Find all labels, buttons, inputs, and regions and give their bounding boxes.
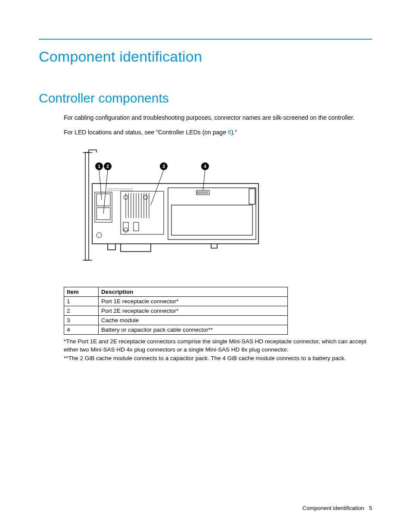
controller-diagram: 1 2 3 4 xyxy=(78,149,372,265)
th-item: Item xyxy=(64,287,99,296)
intro-paragraph-2: For LED locations and status, see "Contr… xyxy=(64,128,372,137)
section-heading: Controller components xyxy=(39,91,372,106)
cell-item: 2 xyxy=(64,306,99,315)
callout-1: 1 xyxy=(98,164,100,169)
controller-svg: 1 2 3 4 xyxy=(78,149,263,265)
svg-rect-7 xyxy=(121,191,164,234)
para2-post: )." xyxy=(231,129,237,136)
cell-desc: Port 1E receptacle connector* xyxy=(99,296,288,306)
svg-rect-19 xyxy=(134,222,139,231)
cell-item: 1 xyxy=(64,296,99,306)
svg-line-38 xyxy=(151,170,164,205)
cell-desc: Cache module xyxy=(99,315,288,325)
th-desc: Description xyxy=(99,287,288,296)
intro-paragraph-1: For cabling configuration and troublesho… xyxy=(64,113,372,122)
footnote-2: **The 2 GiB cache module connects to a c… xyxy=(64,354,370,363)
callout-2: 2 xyxy=(106,164,109,169)
callout-3: 3 xyxy=(162,164,165,169)
svg-rect-18 xyxy=(123,222,128,231)
svg-rect-24 xyxy=(171,205,252,235)
para2-pre: For LED locations and status, see "Contr… xyxy=(64,129,228,136)
cell-item: 3 xyxy=(64,315,99,325)
svg-point-4 xyxy=(97,233,102,238)
cell-item: 4 xyxy=(64,325,99,334)
page-footer: Component identification 5 xyxy=(302,505,372,511)
svg-point-22 xyxy=(124,228,128,232)
table-header-row: Item Description xyxy=(64,287,288,296)
footer-label: Component identification xyxy=(302,505,364,511)
svg-line-36 xyxy=(99,170,102,200)
callout-4: 4 xyxy=(204,164,207,169)
svg-line-37 xyxy=(103,170,108,214)
page-title: Component identification xyxy=(39,48,372,65)
cell-desc: Battery or capacitor pack cable connecto… xyxy=(99,325,288,334)
table-row: 1 Port 1E receptacle connector* xyxy=(64,296,288,306)
svg-line-39 xyxy=(203,170,205,190)
svg-rect-0 xyxy=(92,184,258,244)
svg-rect-23 xyxy=(168,188,256,240)
top-rule xyxy=(39,39,372,40)
component-table: Item Description 1 Port 1E receptacle co… xyxy=(64,287,288,335)
table-row: 2 Port 2E receptacle connector* xyxy=(64,306,288,315)
cell-desc: Port 2E receptacle connector* xyxy=(99,306,288,315)
table-row: 3 Cache module xyxy=(64,315,288,325)
svg-rect-2 xyxy=(97,194,110,206)
table-row: 4 Battery or capacitor pack cable connec… xyxy=(64,325,288,334)
footnote-1: *The Port 1E and 2E receptacle connector… xyxy=(64,337,370,354)
svg-rect-1 xyxy=(95,192,112,222)
svg-rect-25 xyxy=(249,189,255,204)
page-link-6[interactable]: 6 xyxy=(228,129,231,136)
footer-page-number: 5 xyxy=(369,505,372,511)
